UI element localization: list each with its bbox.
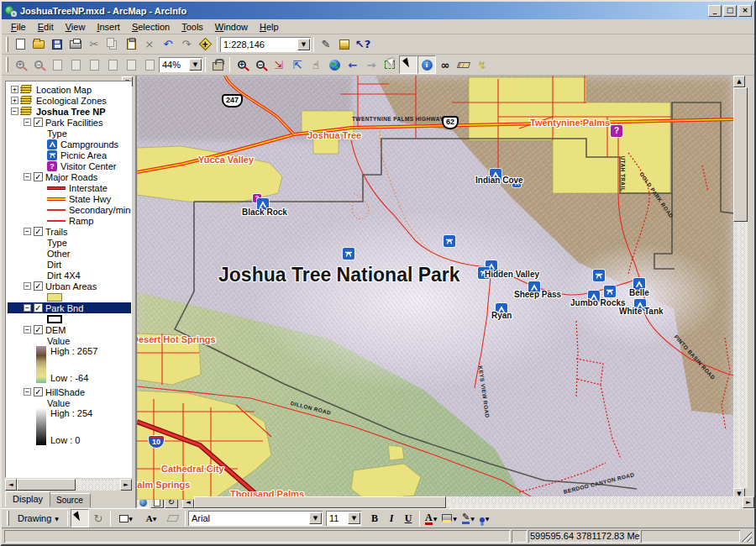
layer-checkbox[interactable]: ✓ [34,172,43,181]
layer-tree-row[interactable]: −Joshua Tree NP [8,106,131,117]
zoom-percent-combobox[interactable]: 44% ▼ [159,57,202,72]
go-back-extent-button[interactable]: ← [344,55,362,74]
hyperlink-tool[interactable]: ↯ [473,55,491,74]
chevron-down-icon[interactable]: ▼ [297,39,310,50]
drawing-menu-button[interactable]: Drawing ▼ [12,511,65,526]
marker-color-button[interactable]: ▼ [477,514,492,523]
arccatalog-button[interactable] [335,35,354,54]
scroll-right-icon[interactable]: ► [743,496,754,508]
chevron-down-icon[interactable]: ▼ [189,59,202,71]
font-color-button[interactable]: A▼ [423,511,439,527]
print-button[interactable] [66,35,85,54]
font-size-combobox[interactable]: 11 ▼ [326,511,361,526]
maximize-button[interactable]: □ [723,5,737,17]
layer-tree-row[interactable]: State Hwy [8,193,131,204]
expander-icon[interactable]: − [24,173,31,181]
menu-selection[interactable]: Selection [126,20,176,34]
new-map-button[interactable] [11,35,29,54]
layer-tree-row[interactable]: −✓Urban Areas [8,281,131,291]
layer-tree-row[interactable] [8,313,131,324]
measure-tool[interactable] [454,55,473,74]
layer-tree-row[interactable]: Secondary/minor road [8,204,131,215]
menu-window[interactable]: Window [209,20,254,34]
close-button[interactable]: × [738,5,752,17]
full-extent-button[interactable] [325,55,344,74]
layer-checkbox[interactable]: ✓ [34,387,43,396]
whats-this-button[interactable]: ↖? [354,35,372,54]
line-color-button[interactable]: ✎▼ [459,511,477,526]
menu-tools[interactable]: Tools [176,20,209,34]
editor-toolbar-button[interactable]: ✎ [317,35,335,54]
menu-file[interactable]: File [5,20,32,34]
menu-insert[interactable]: Insert [91,20,126,34]
layer-checkbox[interactable]: ✓ [34,281,43,291]
layer-tree-row[interactable]: ?Visitor Center [8,160,131,171]
layer-tree-row[interactable]: +Ecological Zones [8,95,131,106]
layer-tree-row[interactable]: High : 2657Low : -64 [8,346,131,386]
expander-icon[interactable]: + [11,97,18,104]
fixed-zoom-in-page-button[interactable] [85,55,103,74]
new-text-tool[interactable]: A▼ [139,509,164,528]
layer-tree-row[interactable]: High : 254Low : 0 [8,408,131,449]
font-combobox[interactable]: Arial ▼ [188,511,323,526]
toolbar-grip[interactable] [7,511,9,526]
go-forward-extent-button[interactable]: → [362,55,381,74]
tab-display[interactable]: Display [5,491,50,507]
zoom-in-page-button[interactable]: + [11,55,29,74]
expander-icon[interactable]: − [24,282,31,290]
layer-tree-row[interactable]: Picnic Area [8,150,131,160]
layer-tree-row[interactable]: −✓HillShade [8,386,131,397]
select-elements-button[interactable] [71,509,89,528]
undo-button[interactable]: ↶ [159,35,177,54]
zoom-whole-page-button[interactable] [48,55,66,74]
map-scale-combobox[interactable]: 1:228,146 ▼ [220,37,311,52]
resize-grip[interactable] [742,532,752,542]
scroll-right-icon[interactable]: ► [120,479,132,491]
layer-tree-row[interactable]: Other [8,248,131,259]
chevron-down-icon[interactable]: ▼ [348,512,360,524]
expander-icon[interactable]: − [24,388,31,396]
add-data-button[interactable] [196,35,214,54]
zoom-out-page-button[interactable]: − [29,55,48,74]
toolbar-grip[interactable] [6,57,8,72]
layer-tree-row[interactable]: −✓DEM [8,324,131,335]
map-canvas[interactable]: ??2476210TWENTYNINE PALMS HIGHWAYUTAH TR… [136,76,733,500]
select-features-tool[interactable] [381,55,399,74]
layer-checkbox[interactable]: ✓ [34,303,43,312]
expander-icon[interactable]: − [24,118,31,126]
pan-tool[interactable]: ☝ [307,55,325,74]
rotate-element-button[interactable]: ↻ [89,509,108,528]
toolbar-grip[interactable] [6,37,8,52]
open-button[interactable] [29,35,48,54]
picnic-area-marker-icon[interactable] [444,235,455,247]
redo-button[interactable]: ↷ [177,35,196,54]
layer-checkbox[interactable]: ✓ [34,227,43,236]
bold-button[interactable]: B [366,510,383,527]
copy-button[interactable] [103,35,122,54]
picnic-area-marker-icon[interactable] [593,270,605,281]
layer-checkbox[interactable]: ✓ [34,118,43,127]
layer-tree-row[interactable]: Dirt [8,259,131,270]
visitor-center-marker-icon[interactable]: ? [611,125,622,137]
find-tool[interactable]: ∞ [436,55,454,74]
fixed-zoom-out-page-button[interactable] [103,55,122,74]
picnic-area-marker-icon[interactable] [604,286,616,297]
zoom-out-tool[interactable]: − [251,55,270,74]
layer-tree-row[interactable]: Dirt 4X4 [8,270,131,281]
identify-tool[interactable]: i [417,55,436,74]
scroll-left-icon[interactable]: ◄ [5,479,17,491]
expander-icon[interactable]: − [24,326,31,333]
focus-data-frame-button[interactable] [208,55,227,74]
picnic-area-marker-icon[interactable] [343,248,354,260]
layer-tree-row[interactable] [8,291,131,302]
layer-tree-row[interactable]: Ramp [8,215,131,226]
title-bar[interactable]: JoshuaTreeNP.mxd - ArcMap - ArcInfo _ □ … [2,2,754,19]
layer-tree-row[interactable]: Value [8,335,131,346]
layer-tree-row[interactable]: Type [8,128,131,139]
menu-help[interactable]: Help [254,20,285,34]
layer-tree-row[interactable]: −✓Park Facilities [8,117,131,128]
toc-horizontal-scrollbar[interactable]: ◄ ► [5,479,132,491]
layer-tree-row[interactable]: −✓Park Bnd [8,302,131,313]
delete-button[interactable]: × [140,35,159,54]
expander-icon[interactable]: + [11,86,18,93]
